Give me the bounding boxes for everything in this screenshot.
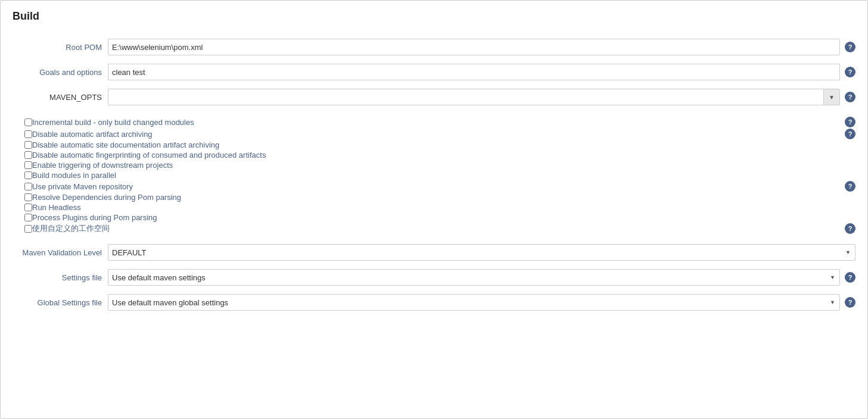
checkbox-disable-fingerprinting-label[interactable]: Disable automatic fingerprinting of cons… [32,151,266,160]
settings-file-select[interactable]: Use default maven settings Custom settin… [108,269,840,286]
maven-opts-dropdown-btn[interactable]: ▼ [823,89,840,105]
maven-validation-wrapper: DEFAULT STRICT LAX NONE [108,244,855,261]
checkbox-run-headless-label[interactable]: Run Headless [32,203,81,212]
checkbox-row-5: Enable triggering of downstream projects [13,161,855,170]
checkbox-row-4: Disable automatic fingerprinting of cons… [13,151,855,160]
maven-opts-label: MAVEN_OPTS [13,93,108,102]
checkbox-build-parallel-label[interactable]: Build modules in parallel [32,171,116,180]
global-settings-file-wrapper: Use default maven global settings Custom… [108,294,840,311]
checkbox-resolve-deps-label[interactable]: Resolve Dependencies during Pom parsing [32,193,181,202]
global-settings-file-select[interactable]: Use default maven global settings Custom… [108,294,840,311]
global-settings-file-label: Global Settings file [13,298,108,307]
checkbox-disable-fingerprinting[interactable] [24,151,32,159]
checkbox-row-7: Use private Maven repository ? [13,181,855,192]
checkbox-row-11: 使用自定义的工作空间 ? [13,223,855,234]
goals-options-label: Goals and options [13,68,108,77]
disable-artifact-help-icon[interactable]: ? [845,129,855,139]
checkbox-row-6: Build modules in parallel [13,171,855,180]
settings-file-label: Settings file [13,273,108,282]
checkbox-enable-downstream-label[interactable]: Enable triggering of downstream projects [32,161,173,170]
checkbox-run-headless[interactable] [24,204,32,211]
checkbox-row-3: Disable automatic site documentation art… [13,140,855,149]
checkbox-custom-workspace-label[interactable]: 使用自定义的工作空间 [32,223,110,234]
checkbox-process-plugins-label[interactable]: Process Plugins during Pom parsing [32,213,157,222]
root-pom-label: Root POM [13,43,108,52]
checkbox-resolve-deps[interactable] [24,193,32,201]
checkbox-disable-artifact[interactable] [24,130,32,138]
custom-workspace-help-icon[interactable]: ? [845,223,855,234]
maven-opts-input[interactable] [108,89,823,105]
checkbox-row-2: Disable automatic artifact archiving ? [13,129,855,139]
settings-file-wrapper: Use default maven settings Custom settin… [108,269,840,286]
checkbox-row-1: Incremental build - only build changed m… [13,117,855,127]
checkbox-disable-site-doc-label[interactable]: Disable automatic site documentation art… [32,140,219,149]
settings-file-help-icon[interactable]: ? [845,272,855,283]
checkbox-row-8: Resolve Dependencies during Pom parsing [13,193,855,202]
maven-validation-select[interactable]: DEFAULT STRICT LAX NONE [108,244,855,261]
maven-validation-label: Maven Validation Level [13,248,108,257]
checkbox-enable-downstream[interactable] [24,161,32,169]
checkbox-build-parallel[interactable] [24,171,32,179]
incremental-build-help-icon[interactable]: ? [845,117,855,127]
root-pom-input[interactable] [108,39,840,55]
global-settings-file-help-icon[interactable]: ? [845,297,855,308]
checkbox-private-maven[interactable] [24,183,32,190]
checkbox-row-9: Run Headless [13,203,855,212]
private-maven-help-icon[interactable]: ? [845,181,855,192]
checkbox-incremental-build[interactable] [24,118,32,126]
checkbox-private-maven-label[interactable]: Use private Maven repository [32,182,133,191]
root-pom-help-icon[interactable]: ? [845,42,855,52]
checkbox-process-plugins[interactable] [24,214,32,221]
checkbox-disable-artifact-label[interactable]: Disable automatic artifact archiving [32,130,153,139]
checkbox-row-10: Process Plugins during Pom parsing [13,213,855,222]
checkbox-incremental-build-label[interactable]: Incremental build - only build changed m… [32,118,194,127]
goals-options-input[interactable] [108,64,840,80]
checkbox-custom-workspace[interactable] [24,225,32,233]
maven-opts-wrapper: ▼ [108,89,840,105]
page-title: Build [13,10,855,27]
goals-options-help-icon[interactable]: ? [845,67,855,77]
maven-opts-help-icon[interactable]: ? [845,92,855,102]
checkbox-disable-site-doc[interactable] [24,141,32,149]
